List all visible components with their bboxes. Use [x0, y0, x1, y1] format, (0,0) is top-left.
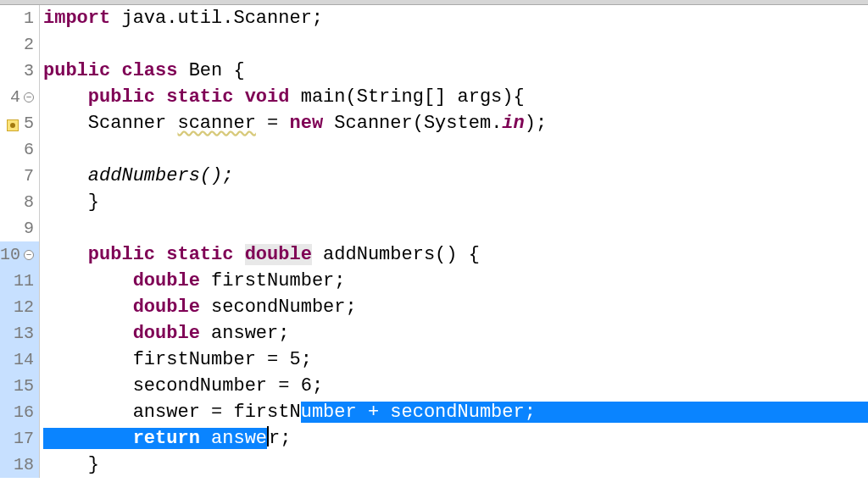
- code-line[interactable]: import java.util.Scanner;: [43, 5, 868, 31]
- code-line[interactable]: public static void main(String[] args){: [43, 84, 868, 110]
- line-number-gutter: 1 2 3 4− 5 6 7 8 9 10− 11 12 13 14 15 16…: [0, 5, 40, 478]
- code-line[interactable]: public static double addNumbers() {: [43, 241, 868, 268]
- line-number: 14: [0, 347, 34, 373]
- code-line[interactable]: double answer;: [43, 320, 868, 347]
- code-line[interactable]: [43, 136, 868, 163]
- text-selection[interactable]: return answe: [43, 428, 267, 449]
- line-number: 1: [0, 5, 34, 31]
- code-line[interactable]: }: [43, 452, 868, 478]
- code-line[interactable]: public class Ben {: [43, 58, 868, 84]
- fold-toggle-icon[interactable]: −: [24, 250, 34, 260]
- code-editor[interactable]: 1 2 3 4− 5 6 7 8 9 10− 11 12 13 14 15 16…: [0, 5, 868, 478]
- fold-toggle-icon[interactable]: −: [24, 92, 34, 103]
- line-number: 15: [0, 373, 34, 399]
- text-caret: [267, 426, 269, 446]
- line-number: 11: [0, 268, 34, 294]
- code-line[interactable]: addNumbers();: [43, 163, 868, 189]
- code-line[interactable]: firstNumber = 5;: [43, 347, 868, 373]
- line-number: 17: [0, 425, 34, 452]
- line-number: 12: [0, 294, 34, 320]
- code-line[interactable]: Scanner scanner = new Scanner(System.in)…: [43, 110, 868, 136]
- line-number: 10−: [0, 241, 34, 268]
- text-selection[interactable]: umber + secondNumber;: [301, 402, 536, 423]
- code-line[interactable]: return answer;: [43, 425, 868, 452]
- code-line[interactable]: secondNumber = 6;: [43, 373, 868, 399]
- code-line[interactable]: double firstNumber;: [43, 268, 868, 294]
- warning-icon[interactable]: [7, 119, 19, 131]
- code-line[interactable]: }: [43, 189, 868, 215]
- line-number: 9: [0, 215, 34, 241]
- code-line[interactable]: [43, 215, 868, 241]
- code-area[interactable]: import java.util.Scanner; public class B…: [40, 5, 868, 478]
- code-line[interactable]: answer = firstNumber + secondNumber;: [43, 399, 868, 425]
- line-number: 3: [0, 58, 34, 84]
- line-number: 5: [0, 110, 34, 136]
- line-number: 16: [0, 399, 34, 425]
- text-selection[interactable]: [536, 402, 868, 423]
- line-number: 2: [0, 31, 34, 58]
- line-number: 18: [0, 452, 34, 478]
- line-number: 4−: [0, 84, 34, 110]
- line-number: 7: [0, 163, 34, 189]
- line-number: 8: [0, 189, 34, 215]
- line-number: 6: [0, 136, 34, 163]
- code-line[interactable]: double secondNumber;: [43, 294, 868, 320]
- code-line[interactable]: [43, 31, 868, 58]
- line-number: 13: [0, 320, 34, 347]
